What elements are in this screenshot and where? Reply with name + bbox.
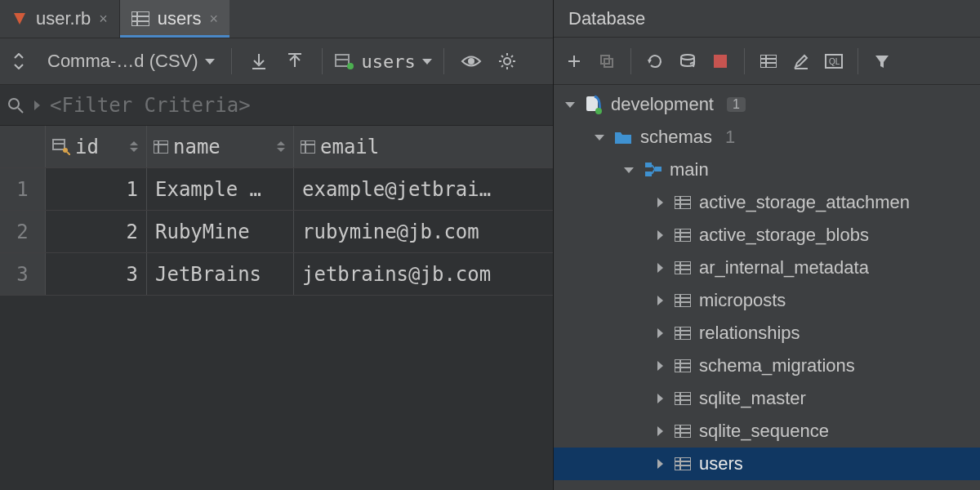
tab-label: users — [158, 8, 202, 29]
grid-toolbar: Comma-…d (CSV) users — [0, 38, 553, 85]
svg-rect-68 — [675, 294, 691, 307]
tree-node-table[interactable]: active_storage_blobs — [554, 219, 980, 252]
cell-id[interactable]: 3 — [46, 253, 147, 295]
filter-icon[interactable] — [866, 47, 898, 76]
cell-name[interactable]: RubyMine — [147, 211, 294, 252]
tab-userrb[interactable]: user.rb × — [0, 0, 120, 38]
svg-marker-48 — [875, 56, 889, 68]
node-label: active_storage_blobs — [699, 225, 869, 246]
svg-marker-38 — [648, 60, 652, 64]
database-tree: development 1 schemas 1 main active_stor… — [554, 85, 980, 490]
tree-node-datasource[interactable]: development 1 — [554, 88, 980, 121]
node-label: microposts — [699, 290, 786, 311]
console-icon[interactable]: QL — [818, 47, 849, 76]
svg-point-22 — [9, 99, 19, 109]
tree-node-table[interactable]: active_storage_attachmen — [554, 186, 980, 219]
sort-indicator-icon — [277, 141, 285, 152]
table-selector[interactable]: users — [334, 51, 432, 72]
tree-node-schemas[interactable]: schemas 1 — [554, 121, 980, 154]
column-header-id[interactable]: id — [46, 126, 147, 167]
svg-rect-40 — [714, 55, 727, 68]
stop-icon[interactable] — [705, 47, 736, 76]
node-label: schema_migrations — [699, 355, 855, 376]
table-icon — [675, 294, 691, 307]
chevron-right-icon — [653, 230, 666, 240]
table-selector-icon — [334, 53, 355, 69]
tab-label: user.rb — [36, 8, 91, 29]
table-icon — [675, 425, 691, 438]
column-header-email[interactable]: email — [294, 126, 553, 167]
chevron-right-icon — [653, 198, 666, 207]
node-label: ar_internal_metadata — [699, 257, 869, 278]
close-icon[interactable]: × — [210, 11, 219, 28]
svg-rect-84 — [675, 425, 691, 438]
chevron-right-icon — [653, 263, 666, 273]
tree-node-table[interactable]: sqlite_master — [554, 382, 980, 415]
tree-node-table[interactable]: ar_internal_metadata — [554, 252, 980, 284]
add-icon[interactable] — [559, 47, 590, 76]
cell-email[interactable]: example@jetbrai… — [294, 168, 553, 210]
svg-marker-0 — [14, 13, 25, 24]
table-row[interactable]: 33JetBrainsjetbrains@jb.com — [0, 253, 553, 296]
svg-line-27 — [67, 152, 70, 155]
database-toolbar: QL — [554, 38, 980, 85]
refresh-icon[interactable] — [639, 47, 670, 76]
col-label: email — [320, 136, 379, 158]
svg-rect-51 — [645, 163, 652, 167]
filter-row[interactable]: <Filter Criteria> — [0, 85, 553, 126]
filter-placeholder: <Filter Criteria> — [50, 94, 251, 117]
sync-icon[interactable] — [672, 47, 703, 76]
edit-icon[interactable] — [786, 47, 817, 76]
separator — [630, 48, 631, 74]
format-dropdown[interactable]: Comma-…d (CSV) — [39, 51, 220, 72]
table-view-icon[interactable] — [753, 47, 784, 76]
chevron-right-icon — [653, 394, 666, 403]
chevron-down-icon — [422, 59, 432, 65]
folder-icon — [614, 130, 632, 145]
svg-point-12 — [468, 58, 474, 65]
cell-id[interactable]: 2 — [46, 211, 147, 252]
expand-icon[interactable] — [3, 47, 34, 76]
chevron-down-icon — [205, 59, 215, 65]
gear-icon[interactable] — [492, 47, 523, 76]
database-panel: Database QL — [554, 0, 980, 490]
tab-users[interactable]: users × — [120, 0, 229, 38]
svg-line-21 — [511, 56, 513, 57]
sort-indicator-icon — [130, 141, 138, 152]
eye-icon[interactable] — [456, 47, 487, 76]
table-row[interactable]: 11Example …example@jetbrai… — [0, 168, 553, 211]
tab-bar: user.rb × users × — [0, 0, 553, 38]
separator — [858, 48, 858, 74]
cell-id[interactable]: 1 — [46, 168, 147, 210]
svg-point-13 — [504, 58, 510, 65]
svg-rect-28 — [154, 140, 168, 154]
cell-name[interactable]: JetBrains — [147, 253, 294, 295]
tree-node-table[interactable]: microposts — [554, 284, 980, 317]
svg-line-18 — [501, 56, 503, 57]
chevron-right-icon — [34, 100, 40, 110]
duplicate-icon[interactable] — [591, 47, 622, 76]
table-icon — [675, 392, 691, 405]
count-badge: 1 — [727, 97, 746, 112]
cell-email[interactable]: jetbrains@jb.com — [294, 253, 553, 295]
cell-name[interactable]: Example … — [147, 168, 294, 210]
gutter-corner — [0, 126, 46, 167]
close-icon[interactable]: × — [99, 11, 108, 28]
svg-rect-64 — [675, 261, 691, 274]
svg-point-39 — [681, 55, 694, 60]
export-icon[interactable] — [279, 47, 310, 76]
import-icon[interactable] — [243, 47, 274, 76]
node-label: users — [699, 453, 743, 474]
tree-node-table[interactable]: users — [554, 448, 980, 480]
svg-rect-76 — [675, 359, 691, 372]
tree-node-main[interactable]: main — [554, 154, 980, 186]
tree-node-table[interactable]: relationships — [554, 317, 980, 350]
tree-node-table[interactable]: sqlite_sequence — [554, 415, 980, 448]
table-row[interactable]: 22RubyMinerubymine@jb.com — [0, 211, 553, 253]
chevron-right-icon — [653, 296, 666, 305]
tree-node-table[interactable]: schema_migrations — [554, 350, 980, 382]
column-header-name[interactable]: name — [147, 126, 294, 167]
column-icon — [301, 140, 315, 154]
cell-email[interactable]: rubymine@jb.com — [294, 211, 553, 252]
node-label: sqlite_master — [699, 388, 806, 409]
